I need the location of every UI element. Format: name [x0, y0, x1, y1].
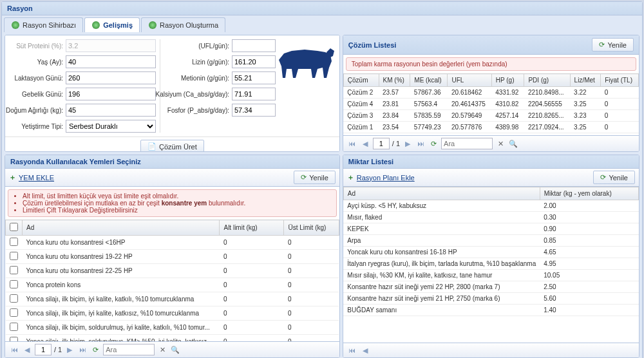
- row-checkbox[interactable]: [10, 294, 18, 303]
- yenile-button[interactable]: ⟳Yenile: [294, 171, 336, 184]
- reload-icon[interactable]: ⟳: [428, 138, 439, 149]
- rasyon-plani-button[interactable]: Rasyon Planı Ekle: [357, 174, 415, 182]
- table-row[interactable]: Yonca silajı, ilk biçim, soldurulmuş, KM…: [6, 335, 339, 342]
- page-input[interactable]: [35, 344, 52, 355]
- yenile-label: Yenile: [609, 174, 628, 182]
- cozum-paging: ⏮ ◀ / 1 ▶ ⏭ ⟳ ✕ 🔍: [343, 135, 639, 151]
- cell: 0.30: [540, 212, 638, 223]
- reload-icon[interactable]: ⟳: [90, 344, 100, 355]
- prev-page-button[interactable]: ◀: [22, 344, 32, 355]
- table-row[interactable]: Çözüm 223.5757867.3620.6184624331.922210…: [343, 87, 638, 99]
- cell: Yonca silajı, ilk biçim, soldurulmuş, KM…: [23, 335, 220, 342]
- row-checkbox[interactable]: [10, 337, 18, 341]
- next-page-button[interactable]: ▶: [402, 138, 413, 149]
- col-header[interactable]: HP (g): [491, 74, 524, 87]
- row-checkbox[interactable]: [10, 252, 18, 260]
- cell: 4257.14: [491, 110, 524, 122]
- clear-icon[interactable]: ✕: [495, 138, 506, 149]
- lizin-input[interactable]: [232, 55, 276, 68]
- table-row[interactable]: Yonca silajı, ilk biçim, iyi kalite, kat…: [6, 292, 339, 306]
- yetistirme-select[interactable]: Serbest Duraklı: [66, 120, 156, 133]
- col-header[interactable]: Liz/Met: [570, 74, 601, 87]
- table-row[interactable]: KEPEK0.90: [343, 223, 638, 235]
- gebelik-input[interactable]: [66, 88, 156, 100]
- prev-page-button[interactable]: ◀: [360, 345, 370, 355]
- yem-sec-title: Rasyonda Kullanılacak Yemleri Seçiniz: [10, 158, 141, 165]
- tab-gelismis[interactable]: Gelişmiş: [84, 17, 140, 32]
- last-page-button[interactable]: ⏭: [77, 344, 88, 355]
- cell: 2210.8498...: [524, 87, 570, 99]
- page-input[interactable]: [373, 138, 390, 149]
- col-miktar[interactable]: Miktar (kg - yem olarak): [540, 187, 638, 200]
- ufl-input[interactable]: [232, 39, 276, 52]
- col-header[interactable]: PDI (g): [524, 74, 570, 87]
- table-row[interactable]: Yoncak kuru otu konsantresi 16-18 HP4.65: [343, 247, 638, 258]
- col-header[interactable]: Fiyat (TL): [601, 74, 639, 87]
- table-row[interactable]: Çözüm 323.8457835.5920.5796494257.142210…: [343, 110, 638, 122]
- yenile-button[interactable]: ⟳Yenile: [593, 171, 635, 184]
- yem-ekle-button[interactable]: YEM EKLE: [19, 174, 54, 182]
- tab-olusturma[interactable]: Rasyon Oluşturma: [141, 17, 225, 32]
- search-icon[interactable]: 🔍: [508, 138, 518, 149]
- col-header[interactable]: UFL: [448, 74, 491, 87]
- table-row[interactable]: Yonca silajı, ilk biçim, iyi kalite, kat…: [6, 306, 339, 321]
- cell: Mısır silajı, %30 KM, iyi kalite, katkıs…: [343, 270, 540, 281]
- last-page-button[interactable]: ⏭: [415, 138, 426, 149]
- col-ad[interactable]: Ad: [343, 187, 540, 200]
- col-altlimit[interactable]: Alt limit (kg): [220, 220, 284, 236]
- yenile-button[interactable]: ⟳Yenile: [592, 38, 634, 52]
- row-checkbox[interactable]: [10, 308, 18, 317]
- table-row[interactable]: Mısır silajı, %30 KM, iyi kalite, katkıs…: [343, 270, 638, 281]
- cell: 0: [284, 278, 339, 292]
- table-row[interactable]: Yonca kuru otu konsantresi 22-25 HP00: [6, 264, 339, 278]
- row-checkbox[interactable]: [10, 238, 18, 246]
- metionin-input[interactable]: [232, 71, 276, 84]
- row-checkbox[interactable]: [10, 280, 18, 288]
- table-row[interactable]: Arpa0.85: [343, 235, 638, 247]
- table-row[interactable]: Konsantre hazır süt ineği yemi 21 HP, 27…: [343, 293, 638, 305]
- row-checkbox[interactable]: [10, 266, 18, 274]
- first-page-button[interactable]: ⏮: [347, 138, 357, 149]
- yas-input[interactable]: [66, 55, 156, 68]
- next-page-button[interactable]: ▶: [64, 344, 75, 355]
- protein-input[interactable]: [66, 39, 156, 52]
- tab-sihirbaz[interactable]: Rasyon Sihirbazı: [4, 17, 83, 32]
- kalsiyum-input[interactable]: [232, 88, 276, 100]
- table-row[interactable]: Çözüm 423.8157563.420.46143754310.822204…: [343, 99, 638, 110]
- col-header[interactable]: ME (kcal): [410, 74, 448, 87]
- tab-label: Rasyon Oluşturma: [160, 21, 218, 29]
- table-row[interactable]: Yonca kuru otu konsantresi 19-22 HP00: [6, 250, 339, 264]
- table-row[interactable]: Ayçi küsp. <5 HY, kabuksuz2.00: [343, 200, 638, 212]
- laktasyon-input[interactable]: [66, 71, 156, 84]
- buzagi-input[interactable]: [66, 104, 156, 117]
- cell: 4310.82: [491, 99, 524, 110]
- cozum-uret-button[interactable]: 📄Çözüm Üret: [140, 140, 204, 152]
- table-row[interactable]: Çözüm 123.5457749.2320.5778764389.982217…: [343, 122, 638, 133]
- clear-icon[interactable]: ✕: [157, 344, 167, 355]
- search-input[interactable]: [103, 344, 155, 355]
- table-row[interactable]: Yonca protein kons00: [6, 278, 339, 292]
- table-row[interactable]: Yonca silajı, ilk biçim, soldurulmuş, iy…: [6, 321, 339, 335]
- select-all-checkbox[interactable]: [10, 223, 18, 231]
- plus-icon: ＋: [347, 173, 354, 182]
- cell: 57563.4: [410, 99, 448, 110]
- table-row[interactable]: Konsantre hazır süt ineği yemi 22 HP, 28…: [343, 281, 638, 293]
- search-input[interactable]: [441, 138, 493, 149]
- prev-page-button[interactable]: ◀: [360, 138, 370, 149]
- table-row[interactable]: BUĞDAY samanı1.40: [343, 305, 638, 316]
- col-header[interactable]: Çözüm: [343, 74, 379, 87]
- first-page-button[interactable]: ⏮: [347, 345, 357, 355]
- row-checkbox[interactable]: [10, 323, 18, 331]
- table-row[interactable]: Mısır, flaked0.30: [343, 212, 638, 223]
- table-row[interactable]: İtalyan ryegras (kuru), ilk biçim, tarla…: [343, 258, 638, 270]
- fosfor-input[interactable]: [232, 104, 276, 117]
- table-row[interactable]: Yonca kuru otu konsantresi <16HP00: [6, 236, 339, 250]
- tab-label: Rasyon Sihirbazı: [23, 21, 76, 29]
- cell: 5.60: [540, 293, 638, 305]
- search-icon[interactable]: 🔍: [170, 344, 180, 355]
- laktasyon-label: Laktasyon Günü:: [14, 75, 63, 82]
- col-ad[interactable]: Ad: [23, 220, 220, 236]
- col-header[interactable]: KM (%): [379, 74, 410, 87]
- col-ustlimit[interactable]: Üst Limit (kg): [284, 220, 339, 236]
- first-page-button[interactable]: ⏮: [9, 344, 19, 355]
